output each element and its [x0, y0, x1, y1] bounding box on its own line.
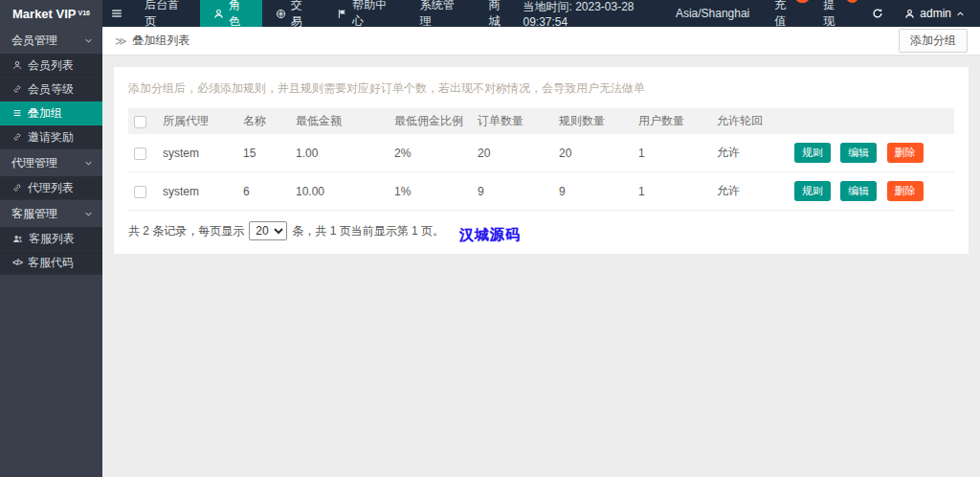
cell-rules: 20	[553, 134, 633, 172]
nav-item-label: 系统管理	[420, 0, 462, 30]
cell-allow: 允许	[711, 172, 789, 211]
sidebar-item-overlay-group[interactable]: 叠加组	[0, 102, 102, 125]
delete-button[interactable]: 删除	[887, 143, 924, 163]
breadcrumb-bar: ≫ 叠加组列表 添加分组	[102, 27, 980, 56]
nav-item-help-center[interactable]: 帮助中心	[323, 0, 406, 27]
nav-item-label: 后台首页	[145, 0, 187, 30]
sidebar-group-label: 代理管理	[11, 155, 57, 171]
cell-name: 6	[237, 172, 290, 211]
sidebar-item-service-code[interactable]: </> 客服代码	[0, 251, 102, 275]
cell-agent: system	[157, 134, 237, 172]
refresh-button[interactable]	[872, 8, 883, 19]
pagination: 共 2 条记录，每页显示 20 条，共 1 页当前显示第 1 页。	[128, 221, 954, 240]
link-icon	[12, 84, 22, 94]
sidebar-submenu-member: 会员列表 会员等级 叠加组 邀请奖励	[0, 54, 102, 149]
delete-button[interactable]: 删除	[887, 181, 924, 201]
nav-item-label: 商城	[489, 0, 510, 30]
overlay-group-table: 所属代理 名称 最低金额 最低佣金比例 订单数量 规则数量 用户数量 允许轮回	[128, 108, 954, 211]
chevron-down-icon	[84, 210, 93, 218]
double-chevron-icon: ≫	[115, 34, 127, 48]
user-icon	[12, 60, 22, 70]
row-checkbox[interactable]	[134, 148, 146, 160]
col-header-allow-cycle: 允许轮回	[711, 108, 789, 134]
sidebar-item-member-list[interactable]: 会员列表	[0, 54, 102, 78]
edit-button[interactable]: 编辑	[840, 143, 877, 163]
sidebar-submenu-service: 客服列表 </> 客服代码	[0, 227, 102, 275]
globe-icon	[276, 9, 286, 19]
page-size-select[interactable]: 20	[249, 221, 287, 240]
select-all-checkbox[interactable]	[134, 116, 146, 128]
rule-button[interactable]: 规则	[794, 143, 831, 163]
flag-icon	[337, 9, 347, 19]
sidebar-submenu-agent: 代理列表	[0, 176, 102, 200]
overlay-group-card: 添加分组后，必须添加规则，并且规则需要对应好订单个数，若出现不对称情况，会导致用…	[114, 67, 969, 254]
timezone-label: Asia/Shanghai	[676, 7, 749, 20]
cell-name: 15	[237, 134, 290, 172]
local-time-label: 当地时间: 2023-03-28 09:37:54	[523, 0, 661, 29]
link-icon	[12, 132, 22, 142]
list-icon	[12, 108, 22, 118]
withdraw-badge: 0	[846, 0, 858, 3]
main-area: ≫ 叠加组列表 添加分组 添加分组后，必须添加规则，并且规则需要对应好订单个数，…	[102, 27, 980, 477]
nav-item-roles[interactable]: 角色	[200, 0, 262, 27]
sidebar-group-agent-management[interactable]: 代理管理	[0, 149, 102, 176]
cell-min-commission: 1%	[389, 172, 472, 211]
nav-item-dashboard[interactable]: 后台首页	[131, 0, 200, 27]
recharge-link[interactable]: 充值 87	[774, 0, 794, 30]
top-bar-right: 当地时间: 2023-03-28 09:37:54 Asia/Shanghai …	[523, 0, 980, 27]
sidebar-group-service-management[interactable]: 客服管理	[0, 200, 102, 227]
cell-min-amount: 1.00	[290, 134, 389, 172]
cell-orders: 9	[472, 172, 553, 211]
sidebar-item-label: 客服列表	[29, 231, 75, 247]
app-logo: Market VIPV16	[0, 0, 102, 27]
sidebar-item-member-level[interactable]: 会员等级	[0, 78, 102, 102]
app-logo-version: V16	[78, 10, 90, 16]
col-header-rules: 规则数量	[553, 108, 633, 134]
app-logo-text: Market VIP	[12, 7, 76, 21]
table-header-row: 所属代理 名称 最低金额 最低佣金比例 订单数量 规则数量 用户数量 允许轮回	[128, 108, 954, 134]
nav-item-trade[interactable]: 交易	[262, 0, 324, 27]
nav-item-label: 交易	[291, 0, 311, 30]
sidebar-group-member-management[interactable]: 会员管理	[0, 27, 102, 54]
sidebar-toggle-button[interactable]	[102, 0, 131, 27]
sidebar-item-agent-list[interactable]: 代理列表	[0, 176, 102, 200]
sidebar-item-invite-reward[interactable]: 邀请奖励	[0, 125, 102, 149]
hint-text: 添加分组后，必须添加规则，并且规则需要对应好订单个数，若出现不对称情况，会导致用…	[128, 80, 954, 97]
table-row: system 15 1.00 2% 20 20 1 允许 规则 编辑 删除	[128, 134, 954, 172]
pagination-suffix: 条，共 1 页当前显示第 1 页。	[292, 223, 444, 239]
col-header-min-commission: 最低佣金比例	[389, 108, 472, 134]
username-label: admin	[920, 7, 951, 20]
sidebar: 会员管理 会员列表 会员等级 叠加组 邀请奖励	[0, 27, 102, 477]
cell-allow: 允许	[711, 134, 789, 172]
withdraw-link[interactable]: 提现 0	[823, 0, 843, 30]
top-nav: 后台首页 角色 交易 帮助中心 系统管理 商城	[131, 0, 523, 27]
col-header-agent: 所属代理	[157, 108, 237, 134]
add-group-button[interactable]: 添加分组	[899, 29, 968, 53]
hamburger-icon	[110, 7, 123, 20]
cell-orders: 20	[472, 134, 553, 172]
chevron-down-icon	[84, 159, 93, 168]
rule-button[interactable]: 规则	[794, 181, 831, 201]
cell-agent: system	[157, 172, 237, 211]
col-header-users: 用户数量	[633, 108, 711, 134]
nav-item-label: 角色	[229, 0, 249, 30]
cell-users: 1	[633, 134, 711, 172]
recharge-label: 充值	[774, 0, 786, 28]
chevron-down-icon	[84, 36, 93, 45]
user-menu[interactable]: admin	[904, 7, 965, 20]
pagination-prefix: 共 2 条记录，每页显示	[128, 223, 244, 239]
sidebar-item-service-list[interactable]: 客服列表	[0, 227, 102, 251]
chevron-up-icon	[956, 10, 965, 18]
row-checkbox[interactable]	[134, 186, 146, 198]
nav-item-mall[interactable]: 商城	[476, 0, 523, 27]
cell-min-commission: 2%	[389, 134, 472, 172]
sidebar-group-label: 会员管理	[11, 33, 57, 49]
col-header-actions	[789, 108, 954, 134]
nav-item-system[interactable]: 系统管理	[407, 0, 476, 27]
col-header-min-amount: 最低金额	[290, 108, 389, 134]
content: 添加分组后，必须添加规则，并且规则需要对应好订单个数，若出现不对称情况，会导致用…	[102, 56, 980, 265]
code-icon: </>	[12, 258, 22, 267]
edit-button[interactable]: 编辑	[840, 181, 877, 201]
user-icon	[904, 9, 915, 19]
watermark-text: 汉城源码	[459, 226, 521, 244]
